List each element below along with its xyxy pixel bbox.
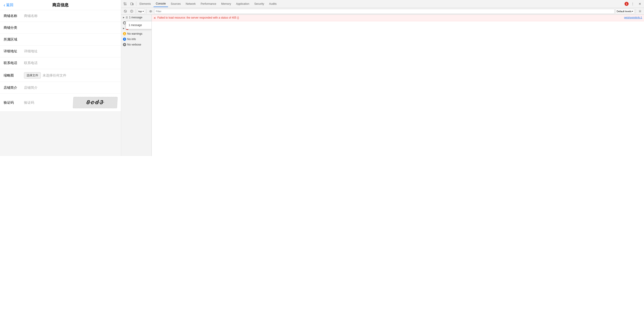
label-shop-name: 商铺名称 xyxy=(4,14,24,18)
label-description: 店铺简介 xyxy=(4,86,24,90)
svg-point-10 xyxy=(131,12,132,12)
label-phone: 联系电话 xyxy=(4,61,24,65)
filter-input[interactable] xyxy=(154,9,614,14)
captcha-image: 8cd3 xyxy=(73,97,118,108)
value-description[interactable]: 店铺简介 xyxy=(24,86,117,90)
list-icon: ☰ xyxy=(126,16,128,19)
page-title: 商店信息 xyxy=(52,2,68,8)
entry-error-icon: ✕ xyxy=(154,16,156,20)
app-panel: ‹ 返回 商店信息 商铺名称 商铺名称 商铺分类 所属区域 详细地址 详细地址 … xyxy=(0,0,121,156)
levels-dropdown-icon: ▾ xyxy=(632,10,633,12)
error-message-text: Failed to load resource: the server resp… xyxy=(158,16,623,19)
back-button[interactable]: ‹ 返回 xyxy=(4,3,13,8)
label-thumbnail: 缩略图 xyxy=(4,73,24,78)
tab-console[interactable]: Console xyxy=(154,1,168,7)
form-row-address: 详细地址 详细地址 xyxy=(0,46,121,57)
settings-gear-icon[interactable] xyxy=(637,8,643,14)
svg-point-11 xyxy=(150,11,151,12)
close-devtools-icon[interactable]: ✕ xyxy=(637,1,643,7)
eye-icon[interactable] xyxy=(148,8,153,14)
tab-memory[interactable]: Memory xyxy=(219,1,233,7)
sidebar-item-warnings[interactable]: ⚠ No warnings xyxy=(121,31,152,36)
toolbar-separator-2 xyxy=(146,9,146,14)
form-row-shop-category: 商铺分类 xyxy=(0,22,121,34)
tab-application[interactable]: Application xyxy=(234,1,252,7)
svg-rect-5 xyxy=(133,4,133,5)
value-captcha[interactable]: 验证码 xyxy=(24,100,73,105)
warning-icon: ⚠ xyxy=(123,32,126,35)
value-phone[interactable]: 联系电话 xyxy=(24,61,117,65)
levels-selector[interactable]: Default levels ▾ xyxy=(616,9,634,14)
tab-security[interactable]: Security xyxy=(252,1,266,7)
error-source-link[interactable]: getshopinitinfo:1 xyxy=(624,16,642,19)
console-error-entry: ✕ Failed to load resource: the server re… xyxy=(152,15,644,21)
svg-rect-0 xyxy=(124,2,125,4)
device-toolbar-icon[interactable] xyxy=(129,1,135,7)
sidebar-item-messages: ▶ ☰ 1 message 1 message xyxy=(121,15,152,20)
devtools-panel: Elements Console Sources Network Perform… xyxy=(121,0,644,156)
label-shop-category: 商铺分类 xyxy=(4,26,24,30)
tab-network[interactable]: Network xyxy=(184,1,198,7)
label-captcha: 验证码 xyxy=(4,100,24,105)
toolbar-separator-3 xyxy=(636,9,636,14)
verbose-icon: ⚙ xyxy=(123,43,126,46)
back-label: 返回 xyxy=(6,3,13,8)
label-region: 所属区域 xyxy=(4,37,24,42)
more-tabs-icon[interactable]: ⋮ xyxy=(630,1,636,7)
tab-sources[interactable]: Sources xyxy=(168,1,183,7)
value-shop-name[interactable]: 商铺名称 xyxy=(24,14,117,18)
messages-label: 1 message xyxy=(129,16,142,19)
verbose-label: No verbose xyxy=(127,43,141,46)
form-row-shop-name: 商铺名称 商铺名称 xyxy=(0,10,121,22)
sidebar-item-verbose[interactable]: ⚙ No verbose xyxy=(121,42,152,47)
inspect-element-icon[interactable] xyxy=(122,1,128,7)
error-badge: 1 xyxy=(624,2,628,6)
context-selector[interactable]: top ▾ xyxy=(137,9,145,14)
sidebar-item-messages-row[interactable]: ▶ ☰ 1 message xyxy=(121,15,152,20)
file-name-display: 未选择任何文件 xyxy=(42,73,117,78)
context-selector-dropdown-icon: ▾ xyxy=(143,10,144,12)
svg-line-7 xyxy=(124,10,126,12)
console-toolbar: top ▾ Default levels ▾ xyxy=(121,8,644,15)
svg-rect-4 xyxy=(131,3,132,5)
form-row-description: 店铺简介 店铺简介 xyxy=(0,82,121,94)
tab-performance[interactable]: Performance xyxy=(198,1,218,7)
form-row-phone: 联系电话 联系电话 xyxy=(0,57,121,69)
form-row-captcha: 验证码 验证码 8cd3 xyxy=(0,94,121,112)
label-address: 详细地址 xyxy=(4,49,24,54)
tab-elements[interactable]: Elements xyxy=(137,1,153,7)
console-sidebar: ▶ ☰ 1 message 1 message ◉ No user me. ▶ … xyxy=(121,15,152,156)
expand-errors-icon: ▶ xyxy=(123,27,124,30)
back-arrow-icon: ‹ xyxy=(4,3,5,7)
svg-point-12 xyxy=(640,11,640,12)
info-icon: ℹ xyxy=(123,38,126,41)
clear-console-icon[interactable] xyxy=(122,8,128,14)
messages-dropdown: 1 message xyxy=(126,21,152,29)
devtools-tabs-bar: Elements Console Sources Network Perform… xyxy=(121,0,644,8)
console-log-area: ✕ Failed to load resource: the server re… xyxy=(152,15,644,156)
choose-file-button[interactable]: 选择文件 xyxy=(24,72,41,78)
devtools-content: ▶ ☰ 1 message 1 message ◉ No user me. ▶ … xyxy=(121,15,644,156)
form-row-region: 所属区域 xyxy=(0,34,121,46)
dropdown-item-messages[interactable]: 1 message xyxy=(126,22,152,28)
form-body: 商铺名称 商铺名称 商铺分类 所属区域 详细地址 详细地址 联系电话 联系电话 … xyxy=(0,10,121,156)
tab-audits[interactable]: Audits xyxy=(267,1,279,7)
info-label: No info xyxy=(127,38,136,41)
expand-messages-icon: ▶ xyxy=(123,16,124,18)
sidebar-item-info[interactable]: ℹ No info xyxy=(121,36,152,42)
form-row-thumbnail: 缩略图 选择文件 未选择任何文件 xyxy=(0,69,121,82)
preserve-log-icon[interactable] xyxy=(129,8,134,14)
warnings-label: No warnings xyxy=(127,32,142,35)
tab-separator-1 xyxy=(136,2,136,6)
tab-right-controls: 1 ⋮ ✕ xyxy=(624,1,643,7)
app-header: ‹ 返回 商店信息 xyxy=(0,0,121,10)
value-address[interactable]: 详细地址 xyxy=(24,49,117,54)
